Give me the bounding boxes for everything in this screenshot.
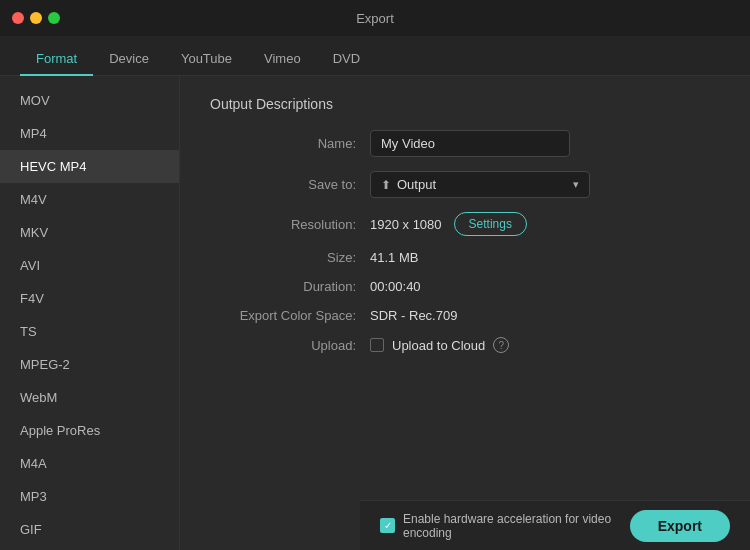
duration-row: Duration: 00:00:40 — [210, 279, 720, 294]
color-space-value: SDR - Rec.709 — [370, 308, 457, 323]
minimize-button[interactable] — [30, 12, 42, 24]
sidebar-item-f4v[interactable]: F4V — [0, 282, 179, 315]
sidebar-item-mov[interactable]: MOV — [0, 84, 179, 117]
sidebar-item-apple-prores[interactable]: Apple ProRes — [0, 414, 179, 447]
save-to-label: Save to: — [210, 177, 370, 192]
folder-icon: ⬆ — [381, 178, 391, 192]
export-button[interactable]: Export — [630, 510, 730, 542]
content-panel: Output Descriptions Name: Save to: ⬆ Out… — [180, 76, 750, 387]
settings-button[interactable]: Settings — [454, 212, 527, 236]
tab-device[interactable]: Device — [93, 43, 165, 76]
save-to-dropdown[interactable]: ⬆ Output ▾ — [370, 171, 590, 198]
sidebar-item-av1[interactable]: AV1 — [0, 546, 179, 550]
chevron-down-icon: ▾ — [573, 178, 579, 191]
sidebar-item-avi[interactable]: AVI — [0, 249, 179, 282]
resolution-value: 1920 x 1080 — [370, 217, 442, 232]
sidebar-item-webm[interactable]: WebM — [0, 381, 179, 414]
sidebar-item-mkv[interactable]: MKV — [0, 216, 179, 249]
sidebar-item-hevc-mp4[interactable]: HEVC MP4 — [0, 150, 179, 183]
bottom-bar: Enable hardware acceleration for video e… — [360, 500, 750, 550]
name-input[interactable] — [370, 130, 570, 157]
upload-content: Upload to Cloud ? — [370, 337, 509, 353]
sidebar-item-gif[interactable]: GIF — [0, 513, 179, 546]
sidebar-item-mpeg2[interactable]: MPEG-2 — [0, 348, 179, 381]
tab-youtube[interactable]: YouTube — [165, 43, 248, 76]
name-label: Name: — [210, 136, 370, 151]
save-to-row: Save to: ⬆ Output ▾ — [210, 171, 720, 198]
sidebar-item-ts[interactable]: TS — [0, 315, 179, 348]
hw-accel-checkbox[interactable] — [380, 518, 395, 533]
size-label: Size: — [210, 250, 370, 265]
window-title: Export — [356, 11, 394, 26]
color-space-row: Export Color Space: SDR - Rec.709 — [210, 308, 720, 323]
hw-accel-label: Enable hardware acceleration for video e… — [403, 512, 630, 540]
hw-accel-row: Enable hardware acceleration for video e… — [380, 512, 630, 540]
sidebar-item-mp4[interactable]: MP4 — [0, 117, 179, 150]
duration-value: 00:00:40 — [370, 279, 421, 294]
sidebar-item-mp3[interactable]: MP3 — [0, 480, 179, 513]
format-sidebar: MOV MP4 HEVC MP4 M4V MKV AVI F4V TS MPEG… — [0, 76, 180, 550]
color-space-label: Export Color Space: — [210, 308, 370, 323]
close-button[interactable] — [12, 12, 24, 24]
resolution-content: 1920 x 1080 Settings — [370, 212, 527, 236]
sidebar-item-m4v[interactable]: M4V — [0, 183, 179, 216]
save-to-value: Output — [397, 177, 436, 192]
maximize-button[interactable] — [48, 12, 60, 24]
upload-to-cloud-checkbox[interactable] — [370, 338, 384, 352]
size-value: 41.1 MB — [370, 250, 418, 265]
tab-dvd[interactable]: DVD — [317, 43, 376, 76]
title-bar: Export — [0, 0, 750, 36]
tabs-bar: Format Device YouTube Vimeo DVD — [0, 36, 750, 76]
sidebar-item-m4a[interactable]: M4A — [0, 447, 179, 480]
resolution-label: Resolution: — [210, 217, 370, 232]
window-controls — [12, 12, 60, 24]
name-row: Name: — [210, 130, 720, 157]
main-content: MOV MP4 HEVC MP4 M4V MKV AVI F4V TS MPEG… — [0, 76, 750, 550]
tab-vimeo[interactable]: Vimeo — [248, 43, 317, 76]
upload-label: Upload: — [210, 338, 370, 353]
help-icon[interactable]: ? — [493, 337, 509, 353]
resolution-row: Resolution: 1920 x 1080 Settings — [210, 212, 720, 236]
tab-format[interactable]: Format — [20, 43, 93, 76]
output-descriptions-title: Output Descriptions — [210, 96, 720, 112]
size-row: Size: 41.1 MB — [210, 250, 720, 265]
upload-to-cloud-label: Upload to Cloud — [392, 338, 485, 353]
duration-label: Duration: — [210, 279, 370, 294]
upload-row: Upload: Upload to Cloud ? — [210, 337, 720, 353]
content-wrapper: Output Descriptions Name: Save to: ⬆ Out… — [180, 76, 750, 550]
